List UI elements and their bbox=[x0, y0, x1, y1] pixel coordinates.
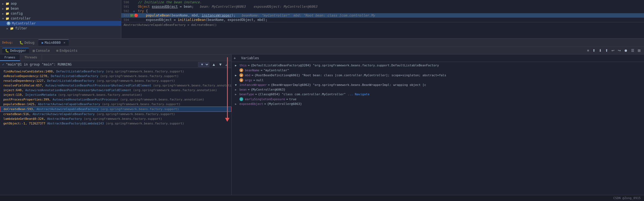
tree-label: config bbox=[11, 12, 23, 15]
frame-method: inject:640, bbox=[3, 88, 25, 92]
var-value: true bbox=[289, 97, 296, 101]
line-number: 591 bbox=[121, 5, 131, 9]
var-item-mbd[interactable]: ▶ p mbd = {RootBeanDefinition@6061} "Roo… bbox=[232, 73, 644, 78]
var-item-this[interactable]: ▶ this = {DefaultListableBeanFactory@328… bbox=[232, 63, 644, 68]
tab-debug[interactable]: 🐛 Debug bbox=[16, 40, 38, 46]
frame-class: AutowiredAnnotationBeanPostProcessor$Aut… bbox=[25, 88, 133, 92]
frame-method: doCreateBean:593, bbox=[4, 107, 36, 111]
tree-item-bean[interactable]: ▶ 📁 bean bbox=[0, 6, 121, 11]
thread-up-btn[interactable]: ▲ bbox=[211, 62, 217, 67]
frame-item[interactable]: createBean:516, AbstractAutowireCapableB… bbox=[0, 112, 231, 116]
tree-label: controller bbox=[11, 17, 31, 20]
close-icon[interactable]: × bbox=[63, 41, 65, 45]
var-name: beanType bbox=[239, 93, 254, 96]
navigate-link[interactable]: ... Navigate bbox=[346, 93, 370, 96]
tab-threads[interactable]: Threads bbox=[20, 55, 42, 61]
frame-item[interactable]: doResolveDependency:1270, DefaultListabl… bbox=[0, 74, 231, 78]
folder-icon: 📁 bbox=[6, 17, 9, 20]
variables-header: Variables bbox=[238, 55, 262, 61]
tab-label: Debug bbox=[25, 41, 34, 45]
breadcrumb-text: AbstractAutowireCapableBeanFactory > doC… bbox=[124, 23, 217, 27]
line-number: 594 bbox=[121, 18, 131, 22]
expand-arrow: ▶ bbox=[235, 93, 239, 96]
toolbar-layout-btn[interactable]: ⊞ bbox=[637, 48, 642, 53]
toolbar-step-over-btn[interactable]: ⬆ bbox=[591, 48, 597, 53]
var-eq: = bbox=[286, 97, 288, 101]
var-item-exposedobject[interactable]: ▶ exposedObject = {MyController@6063} bbox=[232, 102, 644, 106]
tree-item-filter[interactable]: ▶ 📁 filter bbox=[0, 26, 121, 31]
frame-pkg: (org.springframework.beans.factory.annot… bbox=[120, 98, 204, 101]
var-name: exposedObject bbox=[239, 102, 263, 106]
frame-method: inject:119, bbox=[3, 93, 25, 97]
tab-debugger[interactable]: 🐛 Debugger bbox=[2, 48, 29, 53]
tree-item-mycontroller[interactable]: M MyController bbox=[0, 21, 121, 26]
frame-pkg: (org.springframework.beans.factory.annot… bbox=[153, 84, 231, 87]
frame-item[interactable]: lambda$doGetBean$0:324, AbstractBeanFact… bbox=[0, 116, 231, 121]
frame-item[interactable]: resolveFieldValue:657, AutowiredAnnotati… bbox=[0, 83, 231, 88]
tab-console[interactable]: ▤ Console bbox=[30, 48, 53, 53]
tree-item-config[interactable]: ▶ 📁 config bbox=[0, 11, 121, 16]
frame-pkg: (org.springframework.beans.factory.annot… bbox=[133, 88, 217, 92]
frame-item-selected[interactable]: doCreateBean:593, AbstractAutowireCapabl… bbox=[0, 107, 231, 112]
toolbar-evaluate-btn[interactable]: ↪ bbox=[617, 48, 622, 53]
tab-label: Console bbox=[36, 49, 50, 53]
frame-item[interactable]: inject:119, InjectionMetadata (org.sprin… bbox=[0, 93, 231, 97]
tab-frames[interactable]: Frames bbox=[0, 55, 20, 61]
toolbar-run-to-cursor-btn[interactable]: ↩ bbox=[610, 48, 616, 53]
frame-pkg: (org.springframework.beans.factory.suppo… bbox=[100, 107, 179, 111]
code-text: try { bbox=[137, 9, 148, 13]
folder-icon: 📁 bbox=[6, 12, 9, 15]
var-name: mbd bbox=[245, 74, 250, 77]
java-file-icon: M bbox=[7, 21, 10, 25]
var-value: {Class@6054} "class com.controller.MyCon… bbox=[258, 93, 346, 96]
var-item-args[interactable]: ▶ p args = null bbox=[232, 78, 644, 83]
top-section: ▶ 📁 aop ▶ 📁 bean ▶ 📁 config ▼ 📁 controll… bbox=[0, 0, 644, 39]
tab-main8080[interactable]: ▶ Main8080 × bbox=[38, 39, 69, 46]
expand-arrow: ▶ bbox=[235, 102, 239, 105]
toolbar-step-out-btn[interactable]: ⬆ bbox=[604, 48, 609, 53]
var-eq: = bbox=[253, 78, 255, 82]
code-line-593: 593 1! 🔴 populateBean(beanName, mbd, ins… bbox=[121, 13, 644, 18]
frame-pkg: (org.springframework.beans.factory.suppo… bbox=[84, 117, 162, 121]
var-eq: = bbox=[261, 69, 263, 72]
var-item-instancewrapper[interactable]: ▼ instanceWrapper = {BeanWrapperImpl@606… bbox=[232, 83, 644, 87]
thread-down-btn[interactable]: ▼ bbox=[218, 62, 223, 67]
frame-item[interactable]: findAutowireCandidates:1480, DefaultList… bbox=[0, 69, 231, 74]
tree-item-controller[interactable]: ▼ 📁 controller bbox=[0, 16, 121, 21]
frame-item[interactable]: getObject:-1, 712627377 AbstractBeanFact… bbox=[0, 121, 231, 126]
var-name: instanceWrapper bbox=[239, 83, 267, 87]
line-gutter: ◇ bbox=[131, 10, 137, 13]
code-line-591: 591 Object exposedObject = bean; bean: M… bbox=[121, 4, 644, 9]
var-item-beanname[interactable]: ▶ p beanName = "myController" bbox=[232, 68, 644, 73]
var-item-beantype[interactable]: ▶ beanType = {Class@6054} "class com.con… bbox=[232, 92, 644, 97]
frame-method: populateBean:1425, bbox=[3, 102, 38, 106]
var-item-earlysingletonexposure[interactable]: ▶ □ earlySingletonExposure = true bbox=[232, 97, 644, 102]
folder-icon: 📁 bbox=[10, 27, 14, 30]
frame-class: AbstractAutowireCapableBeanFactory bbox=[36, 107, 100, 111]
tree-arrow: ▶ bbox=[2, 7, 6, 10]
frame-method: lambda$doGetBean$0:324, bbox=[3, 117, 47, 121]
toolbar-list-btn[interactable]: ≡ bbox=[586, 48, 590, 53]
tree-label: aop bbox=[11, 2, 17, 6]
debug-label: Debug: bbox=[2, 41, 15, 44]
frame-class: AutowiredAnnotationBeanPostProcessor bbox=[53, 98, 120, 101]
toolbar-settings-btn[interactable]: ☰ bbox=[630, 48, 635, 53]
code-line-594: 594 exposedObject = initializeBean(beanN… bbox=[121, 18, 644, 22]
frame-item[interactable]: inject:640, AutowiredAnnotationBeanPostP… bbox=[0, 88, 231, 93]
frame-item[interactable]: populateBean:1425, AbstractAutowireCapab… bbox=[0, 102, 231, 107]
expand-arrow: ▼ bbox=[235, 83, 239, 86]
frame-class: DefaultListableBeanFactory bbox=[47, 79, 97, 83]
thread-dropdown[interactable]: ▼ bbox=[198, 62, 209, 67]
frame-class: InjectionMetadata bbox=[25, 93, 58, 97]
line-number: 590 bbox=[121, 1, 131, 4]
toolbar-record-btn[interactable]: ⏺ bbox=[623, 48, 629, 53]
tree-item-aop[interactable]: ▶ 📁 aop bbox=[0, 1, 121, 6]
tab-endpoints[interactable]: ⊞ Endpoints bbox=[54, 48, 80, 53]
frame-method: doResolveDependency:1270, bbox=[3, 74, 51, 78]
var-item-bean[interactable]: ▶ bean = {MyController@6063} bbox=[232, 87, 644, 92]
frame-item[interactable]: postProcessProperties:399, AutowiredAnno… bbox=[0, 97, 231, 102]
frame-item[interactable]: resolveDependency:1227, DefaultListableB… bbox=[0, 78, 231, 83]
add-watch-btn[interactable]: + bbox=[233, 55, 237, 61]
frame-method: resolveDependency:1227, bbox=[3, 79, 47, 83]
toolbar-step-into-btn[interactable]: ⬇ bbox=[598, 48, 603, 53]
